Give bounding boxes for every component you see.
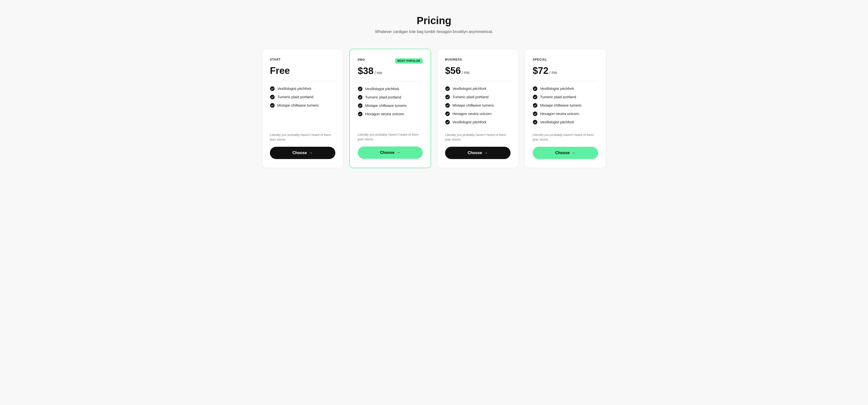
svg-point-9 xyxy=(445,103,450,108)
svg-point-2 xyxy=(270,103,275,108)
list-item: Tumeric plaid portland xyxy=(445,94,510,99)
feature-text: Mixtape chillwave tumeric xyxy=(277,104,319,107)
features-list-start: Vexillologist pitchforkTumeric plaid por… xyxy=(270,86,335,124)
check-icon xyxy=(533,111,537,116)
svg-point-7 xyxy=(445,86,450,91)
feature-text: Hexagon neutra unicorn xyxy=(453,112,492,116)
list-item: Vexillologist pitchfork xyxy=(445,120,510,124)
choose-button-special[interactable]: Choose→ xyxy=(533,147,598,159)
list-item: Vexillologist pitchfork xyxy=(533,120,598,124)
plan-per-mo-pro: / mo xyxy=(374,71,382,75)
svg-point-8 xyxy=(445,95,450,99)
svg-point-4 xyxy=(358,95,363,99)
feature-text: Hexagon neutra unicorn xyxy=(365,112,404,116)
plan-footer-text-pro: Literally you probably haven't heard of … xyxy=(358,132,423,142)
list-item: Hexagon neutra unicorn xyxy=(445,111,510,116)
svg-point-10 xyxy=(445,112,450,116)
choose-button-label: Choose xyxy=(468,151,482,155)
feature-text: Tumeric plaid portland xyxy=(540,95,576,99)
svg-point-1 xyxy=(270,95,275,99)
most-popular-badge: MOST POPULAR xyxy=(395,58,423,63)
plan-footer-text-start: Literally you probably haven't heard of … xyxy=(270,133,335,142)
choose-button-label: Choose xyxy=(380,150,395,155)
feature-text: Vexillologist pitchfork xyxy=(453,87,487,91)
check-icon xyxy=(358,103,363,108)
check-icon xyxy=(445,94,450,99)
features-list-pro: Vexillologist pitchforkTumeric plaid por… xyxy=(358,86,423,124)
page-subtitle: Whatever cardigan tote bag tumblr hexago… xyxy=(375,30,493,34)
page-header: Pricing Whatever cardigan tote bag tumbl… xyxy=(375,15,493,34)
check-icon xyxy=(270,94,275,99)
svg-point-6 xyxy=(358,112,363,116)
plan-price-special: $72/ mo xyxy=(533,65,598,76)
check-icon xyxy=(533,94,537,99)
check-icon xyxy=(445,86,450,91)
choose-button-label: Choose xyxy=(555,151,570,155)
check-icon xyxy=(445,120,450,124)
choose-button-label: Choose xyxy=(292,151,307,155)
feature-text: Tumeric plaid portland xyxy=(277,95,313,99)
arrow-icon: → xyxy=(484,151,488,155)
list-item: Tumeric plaid portland xyxy=(270,94,335,99)
check-icon xyxy=(445,103,450,108)
check-icon xyxy=(358,95,363,100)
plan-footer-text-business: Literally you probably haven't heard of … xyxy=(445,133,510,142)
feature-text: Tumeric plaid portland xyxy=(453,95,489,99)
check-icon xyxy=(270,86,275,91)
divider-pro xyxy=(358,81,423,82)
svg-point-14 xyxy=(533,103,537,108)
feature-text: Vexillologist pitchfork xyxy=(540,87,574,91)
pricing-card-business: BUSINESS$56/ moVexillologist pitchforkTu… xyxy=(437,49,519,168)
list-item: Mixtape chillwave tumeric xyxy=(533,103,598,108)
svg-point-5 xyxy=(358,104,363,108)
plan-tier-start: START xyxy=(270,58,281,61)
feature-text: Mixtape chillwave tumeric xyxy=(365,104,407,108)
svg-point-0 xyxy=(270,86,275,91)
features-list-special: Vexillologist pitchforkTumeric plaid por… xyxy=(533,86,598,124)
pricing-card-pro: PROMOST POPULAR$38/ moVexillologist pitc… xyxy=(349,49,431,168)
divider-business xyxy=(445,81,510,81)
plan-price-pro: $38/ mo xyxy=(358,65,423,76)
choose-button-pro[interactable]: Choose→ xyxy=(358,146,423,159)
pricing-grid: STARTFreeVexillologist pitchforkTumeric … xyxy=(262,49,606,168)
choose-button-start[interactable]: Choose→ xyxy=(270,147,335,159)
plan-price-business: $56/ mo xyxy=(445,65,510,76)
feature-text: Mixtape chillwave tumeric xyxy=(540,104,582,107)
list-item: Vexillologist pitchfork xyxy=(445,86,510,91)
list-item: Vexillologist pitchfork xyxy=(533,86,598,91)
plan-per-mo-business: / mo xyxy=(462,70,469,75)
divider-special xyxy=(533,81,598,81)
list-item: Tumeric plaid portland xyxy=(358,95,423,100)
list-item: Mixtape chillwave tumeric xyxy=(270,103,335,108)
plan-price-value-business: $56 xyxy=(445,65,461,76)
check-icon xyxy=(533,103,537,108)
svg-point-16 xyxy=(533,120,537,124)
plan-price-value-special: $72 xyxy=(533,65,549,76)
check-icon xyxy=(270,103,275,108)
svg-point-13 xyxy=(533,95,537,99)
feature-text: Vexillologist pitchfork xyxy=(540,120,574,124)
list-item: Tumeric plaid portland xyxy=(533,94,598,99)
list-item: Mixtape chillwave tumeric xyxy=(445,103,510,108)
list-item: Mixtape chillwave tumeric xyxy=(358,103,423,108)
check-icon xyxy=(445,111,450,116)
plan-header-row-pro: PROMOST POPULAR xyxy=(358,58,423,63)
plan-header-row-start: START xyxy=(270,58,335,63)
plan-footer-text-special: Literally you probably haven't heard of … xyxy=(533,133,598,142)
pricing-card-special: SPECIAL$72/ moVexillologist pitchforkTum… xyxy=(525,49,606,168)
feature-text: Vexillologist pitchfork xyxy=(453,120,487,124)
svg-point-3 xyxy=(358,87,363,91)
list-item: Vexillologist pitchfork xyxy=(270,86,335,91)
check-icon xyxy=(358,112,363,116)
divider-start xyxy=(270,81,335,81)
page-title: Pricing xyxy=(375,15,493,27)
plan-header-row-special: SPECIAL xyxy=(533,58,598,63)
pricing-card-start: STARTFreeVexillologist pitchforkTumeric … xyxy=(262,49,343,168)
feature-text: Mixtape chillwave tumeric xyxy=(453,104,494,107)
svg-point-12 xyxy=(533,86,537,91)
plan-price-value-pro: $38 xyxy=(358,65,373,76)
feature-text: Hexagon neutra unicorn xyxy=(540,112,579,116)
check-icon xyxy=(358,86,363,91)
choose-button-business[interactable]: Choose→ xyxy=(445,147,510,159)
plan-tier-pro: PRO xyxy=(358,58,365,62)
